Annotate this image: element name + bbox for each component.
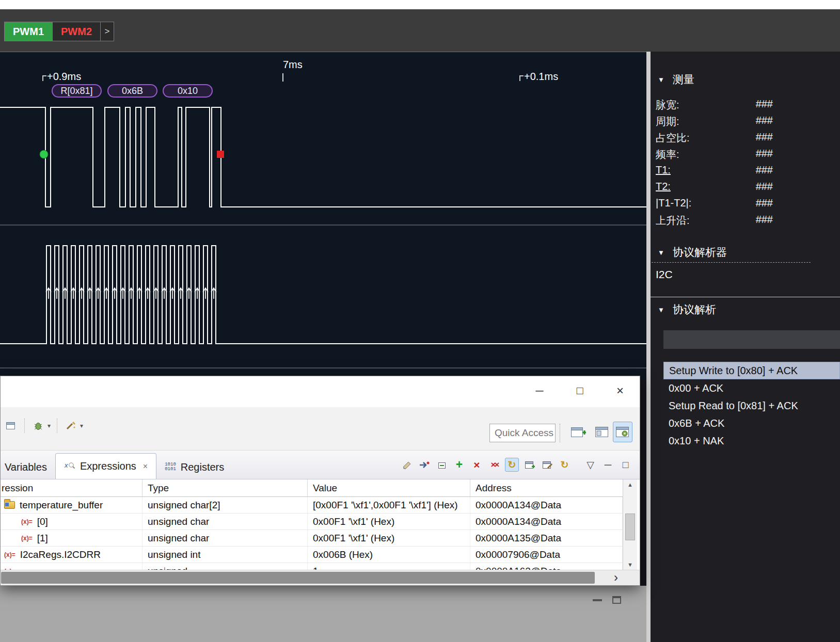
tab-label: Registers	[181, 461, 224, 473]
horizontal-scrollbar[interactable]: ›	[1, 570, 640, 585]
marker-end[interactable]	[217, 151, 224, 158]
expr-table-body: temperature_bufferunsigned char[2][0x00F…	[1, 497, 623, 570]
ide-titlebar[interactable]: ─ □ ×	[1, 376, 640, 407]
variable-icon	[21, 518, 33, 525]
waveform-panel[interactable]: +0.9ms 7ms +0.1ms R[0x81]0x6B0x10	[0, 52, 646, 379]
buffer-icon	[4, 501, 15, 509]
table-row[interactable]: temperature_bufferunsigned char[2][0x00F…	[1, 497, 623, 513]
table-header: ression Type Value Address	[1, 479, 623, 497]
collapse-triangle-icon[interactable]: ▼	[658, 76, 664, 84]
measure-label: 上升沿:	[656, 214, 690, 228]
minimize-view-icon[interactable]: ─	[601, 458, 615, 472]
window-minimize-button[interactable]: ─	[527, 381, 552, 400]
edit-window-icon[interactable]	[540, 458, 554, 472]
decode-list: Setup Write to [0x80] + ACK0x00 + ACKSet…	[663, 362, 840, 450]
value-cell: 1	[308, 563, 470, 570]
decode-list-item[interactable]: 0x6B + ACK	[663, 414, 840, 432]
remove-expression-icon[interactable]: ×	[470, 458, 484, 472]
type-cell: unsigned int	[142, 547, 308, 563]
decode-list-item[interactable]: 0x00 + ACK	[663, 379, 840, 397]
measure-row: 周期:###	[656, 113, 780, 129]
tab-expressions[interactable]: x Expressions ×	[55, 453, 156, 479]
collapse-triangle-icon[interactable]: ▼	[658, 306, 664, 314]
restore-view-icon[interactable]	[612, 596, 621, 604]
new-window-icon[interactable]	[522, 458, 536, 472]
column-header-address[interactable]: Address	[470, 479, 623, 496]
import-watch-icon[interactable]	[417, 458, 431, 472]
address-cell: 0x0000A135@Data	[470, 530, 623, 546]
ide-window: ─ □ × ▾ ▾ Quick Access	[0, 376, 640, 586]
address-cell: 0x00007906@Data	[470, 547, 623, 563]
section-measure[interactable]: ▼ 测量	[658, 72, 694, 87]
vertical-scrollbar[interactable]: ▲ ▼	[623, 479, 637, 570]
horizontal-scroll-thumb[interactable]	[1, 572, 595, 584]
measure-value: ###	[728, 164, 773, 176]
section-analyzer[interactable]: ▼ 协议解析器	[658, 245, 727, 260]
section-title: 协议解析器	[673, 245, 727, 260]
new-view-icon[interactable]	[4, 419, 18, 433]
remove-all-icon[interactable]: ××	[487, 458, 501, 472]
toolbar-left-icons: ▾ ▾	[4, 419, 83, 433]
edit-perspective-icon[interactable]	[592, 422, 612, 442]
tab-variables[interactable]: Variables	[0, 455, 55, 479]
collapse-triangle-icon[interactable]: ▼	[658, 249, 664, 256]
scroll-up-icon[interactable]: ▲	[623, 481, 637, 488]
measure-row: 上升沿:###	[656, 212, 780, 228]
maximize-view-icon[interactable]: □	[619, 458, 632, 472]
table-row[interactable]: unsigned10x0000A162@Data	[1, 563, 623, 570]
vertical-scroll-thumb[interactable]	[625, 513, 635, 540]
highlight-wand-icon[interactable]	[64, 419, 78, 433]
open-perspective-icon[interactable]	[568, 422, 588, 442]
edit-icon[interactable]	[400, 458, 414, 472]
expression-text: I2caRegs.I2CDRR	[20, 549, 101, 560]
window-close-button[interactable]: ×	[608, 381, 632, 400]
measure-value: ###	[728, 181, 773, 192]
dropdown-arrow-icon[interactable]: ▾	[80, 422, 83, 429]
value-cell: 0x00F1 '\xf1' (Hex)	[308, 530, 470, 546]
marker-start[interactable]	[40, 150, 48, 158]
tab-pwm1[interactable]: PWM1	[4, 22, 53, 41]
divider	[651, 297, 840, 297]
column-header-type[interactable]: Type	[142, 479, 308, 496]
decode-list-item[interactable]: 0x10 + NAK	[663, 432, 840, 450]
decode-list-item[interactable]: Setup Write to [0x80] + ACK	[663, 362, 840, 379]
section-decode[interactable]: ▼ 协议解析	[658, 302, 716, 317]
add-expression-icon[interactable]: +	[452, 458, 466, 472]
column-header-expression[interactable]: ression	[1, 479, 142, 496]
debug-icon[interactable]	[31, 419, 45, 433]
scroll-down-icon[interactable]: ▼	[623, 561, 637, 568]
table-row[interactable]: [1]unsigned char0x00F1 '\xf1' (Hex)0x000…	[1, 530, 623, 547]
decode-list-item[interactable]: Setup Read to [0x81] + ACK	[663, 397, 840, 414]
measure-row: T1:###	[656, 162, 780, 179]
tab-registers[interactable]: 10100101 Registers	[156, 455, 232, 479]
channel1-trace	[0, 107, 646, 207]
tab-label: Variables	[5, 461, 47, 473]
tab-overflow-button[interactable]: >	[101, 22, 114, 41]
waveform-svg	[0, 52, 646, 380]
table-row[interactable]: [0]unsigned char0x00F1 '\xf1' (Hex)0x000…	[1, 513, 623, 530]
window-maximize-button[interactable]: □	[567, 381, 592, 400]
protocol-name[interactable]: I2C	[656, 268, 673, 281]
view-menu-icon[interactable]: ▽	[583, 458, 597, 472]
close-tab-icon[interactable]: ×	[143, 462, 148, 471]
scroll-right-icon[interactable]: ›	[609, 571, 623, 584]
panel-separator[interactable]	[646, 52, 651, 642]
column-header-value[interactable]: Value	[308, 479, 470, 496]
measure-value: ###	[728, 115, 773, 126]
address-cell: 0x0000A134@Data	[470, 497, 623, 513]
minimize-view-icon[interactable]	[593, 599, 602, 601]
type-cell: unsigned char[2]	[142, 497, 308, 513]
expression-text: [0]	[37, 516, 48, 527]
debug-perspective-icon[interactable]	[613, 422, 632, 442]
tab-pwm2[interactable]: PWM2	[53, 22, 101, 41]
dropdown-arrow-icon[interactable]: ▾	[47, 422, 51, 429]
value-cell: 0x00F1 '\xf1' (Hex)	[308, 513, 470, 529]
tab-label: Expressions	[80, 460, 136, 472]
table-row[interactable]: I2caRegs.I2CDRRunsigned int0x006B (Hex)0…	[1, 547, 623, 563]
registers-icon: 10100101	[165, 462, 176, 472]
quick-access-input[interactable]: Quick Access	[489, 424, 556, 442]
collapse-all-icon[interactable]	[435, 458, 449, 472]
continuous-refresh-icon[interactable]: ↻	[505, 458, 519, 472]
refresh-icon[interactable]: ↻	[558, 458, 572, 472]
pwm-tabstrip: PWM1 PWM2 >	[4, 22, 114, 41]
